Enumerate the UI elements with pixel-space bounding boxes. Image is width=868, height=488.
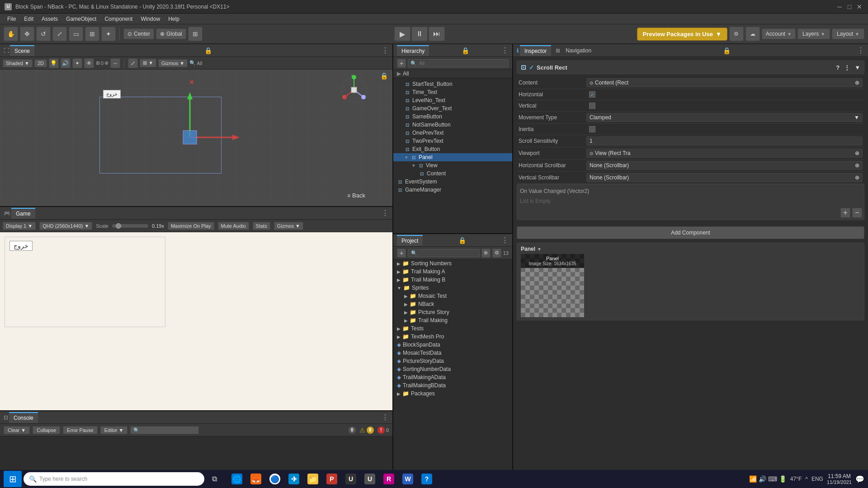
project-add-btn[interactable]: + [397,249,406,258]
inspector-tab[interactable]: Inspector [520,45,551,56]
game-panel-menu[interactable]: ⋮ [382,209,389,217]
app-rider[interactable]: R [380,471,398,487]
preview-packages-btn[interactable]: Preview Packages in Use ▼ [637,28,727,41]
menu-edit[interactable]: Edit [20,15,37,23]
scale-thumb[interactable] [116,223,121,229]
tree-item-twoprev[interactable]: ⊡ TwoPrevText [393,137,512,145]
project-settings-btn[interactable]: ⚙ [492,249,501,258]
content-link-icon[interactable]: ⊕ [855,80,859,86]
proj-picstory[interactable]: ▶ 📁 Picture Story [393,308,512,316]
component-settings-btn[interactable]: ⋮ [844,64,850,71]
gizmos-btn[interactable]: Gizmos ▼ [158,59,188,67]
app-unity[interactable]: U [342,471,360,487]
scale-tool-btn[interactable]: ⤢ [52,27,67,41]
tree-item-content[interactable]: ⊡ Content [393,169,512,178]
proj-trailAdata[interactable]: ◈ TrailMakingAData [393,373,512,381]
shading-dropdown[interactable]: Shaded ▼ [3,59,33,67]
maximize-btn[interactable]: □ [845,3,854,11]
proj-trailBdata[interactable]: ◈ TrailMakingBData [393,381,512,389]
hierarchy-lock[interactable]: 🔒 [462,47,469,54]
menu-assets[interactable]: Assets [38,15,61,23]
scene-viewport[interactable]: خروج ✕ [0,70,392,206]
minimize-btn[interactable]: ─ [835,3,844,11]
collab-icon[interactable]: ⚙ [729,27,744,41]
notification-icon[interactable]: 💬 [855,475,864,483]
proj-trailA[interactable]: ▶ 📁 Trail Making A [393,267,512,276]
prop-value-viewport[interactable]: ⊙ View (Rect Tra ⊕ [586,149,863,158]
proj-sorting[interactable]: ▶ 📁 Sorting Numbers [393,259,512,267]
console-search-input[interactable] [130,426,199,434]
add-handler-btn[interactable]: + [840,208,850,218]
snap-btn[interactable]: ⊞ [188,27,203,41]
game-tab[interactable]: Game [11,208,35,219]
tree-item-gameover[interactable]: ⊡ GameOver_Text [393,104,512,113]
global-btn[interactable]: ⊕ Global [156,28,186,39]
app-edge[interactable]: 🌐 [228,471,246,487]
menu-gameobject[interactable]: GameObject [62,15,100,23]
scene-move-btn[interactable]: ↔ [110,58,120,68]
project-panel-menu[interactable]: ⋮ [501,236,509,244]
editor-btn[interactable]: Editor ▼ [100,426,128,434]
remove-handler-btn[interactable]: − [852,208,862,218]
prop-value-hscroll[interactable]: None (Scrollbar) ⊕ [586,161,863,170]
speaker-icon[interactable]: 🔊 [759,475,766,483]
scene-tab[interactable]: Scene [10,45,34,56]
play-btn[interactable]: ▶ [394,27,410,41]
tree-item-levelno[interactable]: ⊡ LevelNo_Text [393,96,512,104]
hand-tool-btn[interactable]: ✋ [4,27,18,41]
menu-component[interactable]: Component [101,15,136,23]
prop-value-movement[interactable]: Clamped ▼ [586,113,863,122]
tree-item-starttest[interactable]: ⊡ StartTest_Button [393,80,512,88]
display-dropdown[interactable]: Display 1 ▼ [3,222,36,230]
project-lock[interactable]: 🔒 [458,237,466,244]
pause-btn[interactable]: ⏸ [411,27,428,41]
hscroll-link[interactable]: ⊕ [855,162,859,169]
inspector-panel-menu[interactable]: ⋮ [857,46,864,55]
gizmos-game-btn[interactable]: Gizmos ▼ [274,222,303,230]
game-viewport[interactable]: خروج [0,232,392,410]
proj-packages[interactable]: ▶ 📁 Packages [393,389,512,398]
viewport-lock[interactable]: 🔒 [380,72,388,80]
hierarchy-tab[interactable]: Hierarchy [397,45,429,56]
proj-sprites[interactable]: ▼ 📁 Sprites [393,284,512,292]
collapse-btn[interactable]: Collapse [33,426,60,434]
scene-lighting-btn[interactable]: 💡 [49,58,59,68]
layout-btn[interactable]: Layout ▼ [832,28,864,39]
layers-btn[interactable]: Layers ▼ [797,28,830,39]
custom-tool-btn[interactable]: ✦ [101,27,116,41]
proj-tests[interactable]: ▶ 📁 Tests [393,324,512,333]
tree-item-samebutton[interactable]: ⊡ SameButton [393,113,512,121]
proj-mosaic[interactable]: ▶ 📁 Mosaic Test [393,292,512,300]
app-help[interactable]: ? [418,471,436,487]
app-explorer[interactable]: 📁 [304,471,322,487]
project-tab[interactable]: Project [397,235,423,246]
vertical-checkbox[interactable] [589,103,595,109]
vscroll-link[interactable]: ⊕ [855,174,859,181]
expand-tray-icon[interactable]: ^ [805,476,808,482]
stats-btn[interactable]: Stats [253,222,270,230]
transform-tool-btn[interactable]: ⊞ [85,27,99,41]
tree-item-oneprev[interactable]: ⊡ OnePrevText [393,129,512,137]
maximize-on-play-btn[interactable]: Maximize On Play [168,222,214,230]
center-btn[interactable]: ⊙ Center [123,28,154,39]
tree-item-notsame[interactable]: ⊡ NotSameButton [393,121,512,129]
scene-expand-btn[interactable]: ⤢ [128,58,138,68]
proj-textmesh[interactable]: ▶ 📁 TextMesh Pro [393,333,512,341]
prop-value-vscroll[interactable]: None (Scrollbar) ⊕ [586,173,863,182]
cloud-icon[interactable]: ☁ [745,27,760,41]
app-word[interactable]: W [399,471,417,487]
rect-tool-btn[interactable]: ▭ [69,27,83,41]
scale-slider[interactable] [112,224,148,228]
inspector-lock[interactable]: 🔒 [723,47,731,54]
scroll-rect-check[interactable]: ✓ [529,64,534,71]
proj-mosaicdata[interactable]: ◈ MosaicTestData [393,349,512,357]
tree-item-gamemanager[interactable]: ⊡ GameManager [393,186,512,194]
tree-item-timetext[interactable]: ⊡ Time_Text [393,88,512,96]
proj-picdata[interactable]: ◈ PictureStoryData [393,357,512,365]
tree-item-panel[interactable]: ▼ ⊡ Panel [393,153,512,161]
taskbar-search[interactable]: 🔍 Type here to search [24,472,204,486]
prop-value-scroll[interactable]: 1 [586,136,863,145]
navigation-tab[interactable]: Navigation [561,46,596,56]
app-firefox[interactable]: 🦊 [247,471,265,487]
viewport-link-icon[interactable]: ⊕ [855,150,859,156]
